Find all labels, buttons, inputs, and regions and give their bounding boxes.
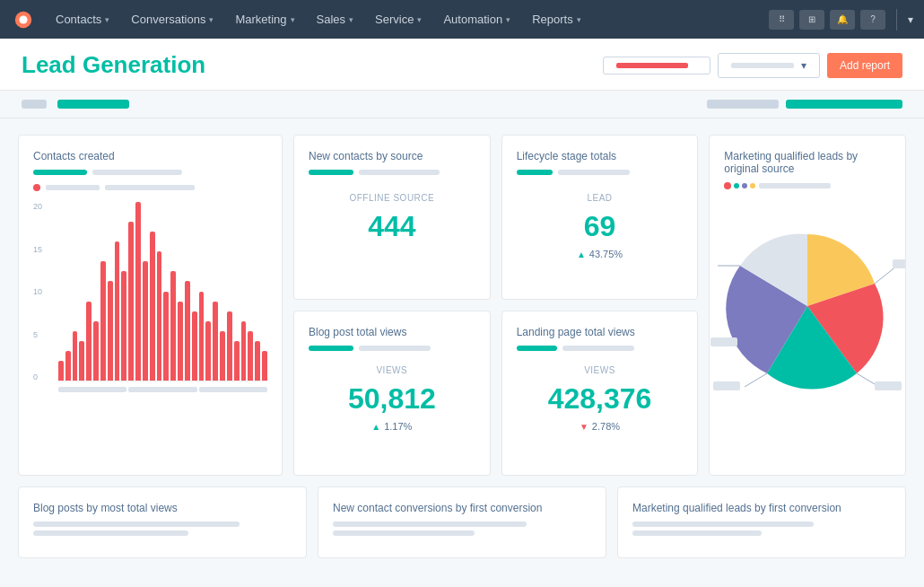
nav-icon-btn-3[interactable]: 🔔 — [830, 10, 855, 30]
nav-service[interactable]: Service ▾ — [366, 0, 431, 39]
lv-filter-2[interactable] — [562, 346, 634, 351]
nc-filter-1[interactable] — [309, 170, 353, 175]
bottom-placeholder-6 — [632, 530, 762, 536]
pie-chart-svg — [709, 198, 906, 414]
bar-item-25 — [234, 341, 240, 381]
bar-item-9 — [121, 271, 126, 381]
nav-user-menu[interactable]: ▾ — [908, 13, 913, 26]
filter-btn-2[interactable]: ▾ — [718, 53, 820, 78]
nav-conversations[interactable]: Conversations ▾ — [122, 0, 222, 39]
x-axis — [58, 387, 267, 392]
bar-item-29 — [262, 351, 267, 381]
bar-item-26 — [241, 321, 247, 381]
nav-icon-btn-4[interactable]: ? — [860, 10, 885, 30]
service-chevron: ▾ — [417, 15, 422, 24]
bar-chart-container: 20 15 10 5 0 — [33, 202, 267, 399]
filter-pill-2[interactable] — [92, 170, 182, 175]
bar-chart — [58, 202, 267, 381]
bar-item-20 — [199, 292, 205, 381]
x-label-3 — [199, 387, 267, 392]
bar-item-13 — [150, 232, 155, 381]
lv-filter-1[interactable] — [517, 346, 557, 351]
mql-legend-dot-1 — [724, 182, 731, 189]
hubspot-logo[interactable] — [11, 7, 36, 32]
bar-item-23 — [220, 331, 225, 381]
lc-filter-1[interactable] — [517, 170, 553, 175]
bottom-card-3-title: Marketing qualified leads by first conve… — [632, 502, 891, 514]
nav-icon-btn-1[interactable]: ⠿ — [769, 10, 794, 30]
mql-filter — [724, 182, 891, 189]
svg-line-4 — [745, 373, 767, 387]
landing-views-card: Landing page total views VIEWS 428,376 ▼… — [501, 311, 699, 476]
bar-item-3 — [79, 341, 84, 381]
svg-rect-6 — [893, 259, 906, 268]
nav-sales[interactable]: Sales ▾ — [308, 0, 363, 39]
header-actions: ▾ Add report — [603, 53, 902, 78]
new-contacts-card: New contacts by source OFFLINE SOURCE 44… — [293, 135, 491, 300]
automation-chevron: ▾ — [506, 15, 510, 24]
bottom-placeholder-4 — [333, 530, 475, 536]
svg-line-2 — [875, 266, 897, 284]
filter-pill-1[interactable] — [33, 170, 87, 175]
add-report-button[interactable]: Add report — [827, 53, 902, 78]
filter-right-tag-1 — [707, 100, 779, 109]
bottom-card-1-title: Blog posts by most total views — [33, 502, 292, 514]
conversations-chevron: ▾ — [209, 15, 214, 24]
y-axis: 20 15 10 5 0 — [33, 202, 42, 381]
contacts-created-card: Contacts created 20 15 10 5 0 — [18, 135, 283, 476]
blog-views-card: Blog post total views VIEWS 50,812 ▲ 1.1… — [293, 311, 491, 476]
bar-item-4 — [86, 302, 92, 381]
bottom-placeholder-2 — [33, 530, 188, 536]
contacts-created-filter — [33, 170, 267, 175]
landing-views-title: Landing page total views — [517, 326, 684, 338]
nav-marketing[interactable]: Marketing ▾ — [226, 0, 303, 39]
nav-contacts[interactable]: Contacts ▾ — [47, 0, 118, 39]
nav-right-area: ⠿ ⊞ 🔔 ? ▾ — [769, 9, 913, 31]
bv-filter-2[interactable] — [359, 346, 431, 351]
blog-views-filter — [309, 346, 475, 351]
bar-item-21 — [205, 321, 211, 381]
lc-filter-2[interactable] — [558, 170, 630, 175]
new-contacts-sublabel: OFFLINE SOURCE — [309, 193, 475, 203]
nc-filter-2[interactable] — [359, 170, 440, 175]
lifecycle-sublabel: LEAD — [517, 193, 684, 203]
bar-item-12 — [143, 261, 148, 381]
bottom-grid: Blog posts by most total views New conta… — [18, 486, 906, 558]
marketing-chevron: ▾ — [291, 15, 295, 24]
bottom-card-2: New contact conversions by first convers… — [318, 486, 606, 558]
landing-views-change: ▼ 2.78% — [517, 421, 684, 432]
bar-item-2 — [73, 331, 78, 381]
mql-legend-dot-4 — [750, 183, 755, 188]
contacts-created-title: Contacts created — [33, 150, 267, 162]
mql-legend-dot-2 — [734, 183, 739, 188]
bar-item-17 — [178, 302, 183, 381]
bv-filter-1[interactable] — [309, 346, 353, 351]
pie-chart-wrapper — [709, 198, 906, 414]
contacts-chevron: ▾ — [105, 15, 109, 24]
nav-reports[interactable]: Reports ▾ — [523, 0, 590, 39]
bar-item-24 — [227, 311, 232, 381]
bar-item-22 — [213, 302, 218, 381]
sales-chevron: ▾ — [349, 15, 353, 24]
main-content: Contacts created 20 15 10 5 0 — [0, 118, 924, 574]
lifecycle-change-val: 43.75% — [589, 249, 623, 259]
mql-legend-dot-3 — [742, 183, 747, 188]
lifecycle-title: Lifecycle stage totals — [517, 150, 684, 162]
nav-icon-btn-2[interactable]: ⊞ — [799, 10, 824, 30]
new-contacts-value: 444 — [309, 210, 475, 243]
filter-tag-1 — [22, 100, 47, 109]
filter-btn-2-chevron: ▾ — [801, 59, 806, 72]
bar-item-14 — [157, 251, 162, 381]
lifecycle-up-arrow: ▲ — [577, 250, 586, 259]
bar-item-27 — [248, 331, 253, 381]
bar-item-1 — [65, 351, 71, 381]
blog-views-up-arrow: ▲ — [371, 422, 380, 432]
filter-btn-1[interactable] — [603, 57, 710, 74]
bar-item-5 — [93, 321, 99, 381]
bar-item-0 — [58, 361, 64, 381]
bottom-card-3: Marketing qualified leads by first conve… — [617, 486, 906, 558]
legend-text-2 — [105, 185, 195, 190]
bar-item-6 — [100, 261, 106, 381]
nav-automation[interactable]: Automation ▾ — [434, 0, 519, 39]
new-contacts-filter — [309, 170, 475, 175]
